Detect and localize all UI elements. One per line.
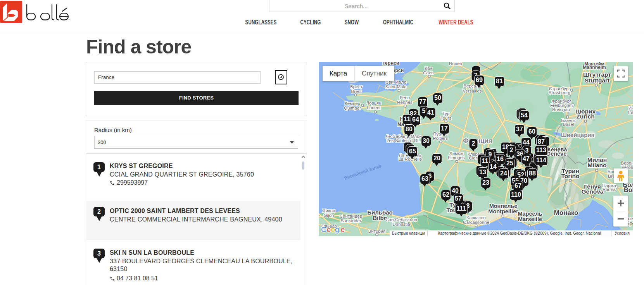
svg-text:Les Sables-d Ol..: Les Sables-d Ol.. <box>387 138 421 143</box>
svg-text:Saint-Malo: Saint-Malo <box>385 84 407 89</box>
svg-text:Lorient: Lorient <box>367 105 381 110</box>
svg-text:Ренн: Ренн <box>400 95 410 100</box>
svg-text:Genova: Genova <box>582 188 604 195</box>
svg-text:Genève: Genève <box>546 151 566 157</box>
svg-text:Breisgau: Breisgau <box>552 107 570 112</box>
svg-text:Brest: Brest <box>351 89 362 94</box>
svg-text:Caen: Caen <box>423 70 434 75</box>
svg-text:Limoges: Limoges <box>448 155 465 160</box>
svg-text:Tours: Tours <box>440 116 451 120</box>
svg-text:Сантандер: Сантандер <box>340 214 363 218</box>
svg-text:Каркасон: Каркасон <box>466 215 486 220</box>
svg-text:Milano: Milano <box>587 162 606 168</box>
svg-text:Гернси: Гернси <box>382 62 399 66</box>
svg-text:Лорьян: Лорьян <box>366 101 382 105</box>
svg-text:Inn: Inn <box>628 110 633 115</box>
svg-text:Кемпер: Кемпер <box>345 101 360 106</box>
svg-text:Витория: Витория <box>368 229 386 233</box>
svg-text:Basel: Basel <box>563 122 574 127</box>
svg-text:Швейцария: Швейцария <box>561 132 595 138</box>
svg-text:Strasbourg: Strasbourg <box>549 90 570 95</box>
svg-text:Rouen: Rouen <box>449 62 462 66</box>
svg-text:Тур: Тур <box>442 111 449 116</box>
svg-text:Quimper: Quimper <box>344 106 361 110</box>
svg-text:Монако: Монако <box>554 209 578 216</box>
svg-text:Santander: Santander <box>340 218 361 223</box>
svg-text:Gijón: Gijón <box>324 213 334 218</box>
svg-text:Сан-Себастьян: Сан-Себастьян <box>385 217 417 222</box>
svg-text:Google: Google <box>321 225 345 233</box>
svg-text:Stuttgart: Stuttgart <box>585 77 610 84</box>
svg-text:Mannheim: Mannheim <box>583 65 606 70</box>
svg-text:Rennes: Rennes <box>397 100 413 105</box>
svg-text:Marseille: Marseille <box>518 216 542 222</box>
svg-text:Parma: Parma <box>603 187 616 192</box>
svg-text:Брест: Брест <box>350 84 363 89</box>
svg-text:Хихон: Хихон <box>323 208 335 213</box>
svg-text:Torino: Torino <box>561 173 579 179</box>
svg-text:Montpellier: Montpellier <box>488 208 518 215</box>
svg-text:Bol: Bol <box>624 187 633 193</box>
svg-text:Кан: Кан <box>425 66 432 70</box>
svg-text:Carcassonne: Carcassonne <box>463 220 489 225</box>
svg-text:Zürich: Zürich <box>576 113 594 120</box>
svg-text:Donostia: Donostia <box>392 222 410 227</box>
